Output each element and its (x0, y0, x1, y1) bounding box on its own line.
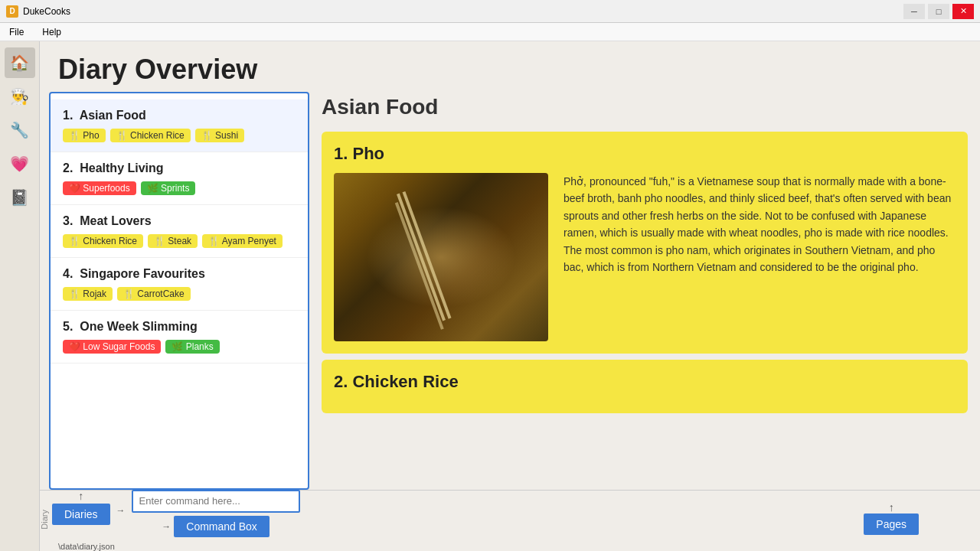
recipe-title-chicken-rice: 2. Chicken Rice (334, 372, 956, 392)
pho-image (334, 173, 548, 341)
recipe-card-pho: 1. Pho Phở, pronounced "fuh," is a Vietn… (322, 132, 968, 354)
sidebar-item-diary[interactable]: 📓 (5, 182, 35, 213)
tag-steak[interactable]: 🍴 Steak (148, 234, 198, 248)
arrow-right-icon: → (162, 521, 171, 532)
diary-label: Diary (40, 510, 51, 530)
app-title: DukeCooks (23, 6, 70, 17)
sidebar-item-home[interactable]: 🏠 (5, 47, 35, 78)
command-input[interactable] (132, 490, 300, 513)
status-bar: \data\diary.json (52, 540, 968, 552)
sidebar-item-tools[interactable]: 🔧 (5, 115, 35, 145)
diary-entry-title-1: 1. Asian Food (63, 109, 296, 122)
tag-rojak[interactable]: 🍴 Rojak (63, 287, 113, 301)
tag-low-sugar[interactable]: ❤️ Low Sugar Foods (63, 340, 161, 354)
tag-chicken-rice-2[interactable]: 🍴 Chicken Rice (63, 234, 143, 248)
tag-superfoods[interactable]: ❤️ Superfoods (63, 181, 136, 195)
diary-entry-tags-5: ❤️ Low Sugar Foods 🌿 Planks (63, 340, 296, 354)
diary-entry-5[interactable]: 5. One Week Slimming ❤️ Low Sugar Foods … (51, 311, 308, 364)
main-split: 1. Asian Food 🍴 Pho 🍴 Chicken Rice 🍴 Sus… (40, 92, 980, 490)
diary-list-scroll[interactable]: 1. Asian Food 🍴 Pho 🍴 Chicken Rice 🍴 Sus… (51, 99, 308, 482)
diary-list-panel: 1. Asian Food 🍴 Pho 🍴 Chicken Rice 🍴 Sus… (49, 92, 309, 490)
window-controls: ─ □ ✕ (903, 4, 974, 19)
bottom-bar: Diary ↑ Diaries → → Command Box (40, 490, 980, 551)
diary-entry-title-5: 5. One Week Slimming (63, 320, 296, 334)
recipe-description-pho: Phở, pronounced "fuh," is a Vietnamese s… (564, 173, 956, 341)
diary-entry-3[interactable]: 3. Meat Lovers 🍴 Chicken Rice 🍴 Steak 🍴 … (51, 205, 308, 258)
sidebar-item-health[interactable]: 💗 (5, 148, 35, 179)
recipe-body-pho: Phở, pronounced "fuh," is a Vietnamese s… (334, 173, 956, 341)
recipe-title-pho: 1. Pho (334, 144, 956, 164)
close-button[interactable]: ✕ (952, 4, 974, 19)
bottom-controls: ↑ Diaries → → Command Box ↑ Pages (52, 490, 968, 537)
tag-pho[interactable]: 🍴 Pho (63, 129, 106, 142)
menu-file[interactable]: File (6, 25, 27, 39)
diaries-button-wrapper: ↑ Diaries (52, 490, 110, 525)
menu-help[interactable]: Help (39, 25, 64, 39)
arrow-between: → (116, 505, 126, 516)
diaries-button[interactable]: Diaries (52, 504, 110, 525)
app-body: 🏠 👨‍🍳 🔧 💗 📓 Diary Overview 1. Asian Food… (0, 41, 980, 551)
recipe-card-chicken-rice: 2. Chicken Rice (322, 360, 968, 413)
diary-entry-title-2: 2. Healthy Living (63, 161, 296, 175)
pages-button[interactable]: Pages (864, 514, 919, 535)
diary-entry-2[interactable]: 2. Healthy Living ❤️ Superfoods 🌿 Sprint… (51, 152, 308, 205)
diary-entry-tags-2: ❤️ Superfoods 🌿 Sprints (63, 181, 296, 195)
command-input-wrapper: → Command Box (132, 490, 300, 537)
tag-chicken-rice[interactable]: 🍴 Chicken Rice (110, 129, 191, 142)
maximize-button[interactable]: □ (928, 4, 949, 19)
content-area: Diary Overview 1. Asian Food 🍴 Pho 🍴 Chi… (40, 41, 980, 551)
tag-ayam-penyet[interactable]: 🍴 Ayam Penyet (202, 234, 283, 248)
tag-sushi[interactable]: 🍴 Sushi (195, 129, 244, 142)
tag-planks[interactable]: 🌿 Planks (165, 340, 219, 354)
section-title: Asian Food (322, 92, 968, 122)
page-title-area: Diary Overview (40, 41, 980, 92)
diary-entry-4[interactable]: 4. Singapore Favourites 🍴 Rojak 🍴 Carrot… (51, 258, 308, 311)
diary-entry-1[interactable]: 1. Asian Food 🍴 Pho 🍴 Chicken Rice 🍴 Sus… (51, 99, 308, 152)
diary-entry-tags-3: 🍴 Chicken Rice 🍴 Steak 🍴 Ayam Penyet (63, 234, 296, 248)
icon-sidebar: 🏠 👨‍🍳 🔧 💗 📓 (0, 41, 40, 551)
menu-bar: File Help (0, 23, 980, 41)
arrow-up-icon: ↑ (78, 490, 83, 502)
sidebar-item-chef[interactable]: 👨‍🍳 (5, 81, 35, 112)
diary-entry-title-4: 4. Singapore Favourites (63, 267, 296, 281)
minimize-button[interactable]: ─ (903, 4, 925, 19)
title-bar: D DukeCooks ─ □ ✕ (0, 0, 980, 23)
page-title: Diary Overview (58, 54, 962, 86)
diary-entry-title-3: 3. Meat Lovers (63, 214, 296, 228)
diary-entry-tags-4: 🍴 Rojak 🍴 CarrotCake (63, 287, 296, 301)
diary-entry-tags-1: 🍴 Pho 🍴 Chicken Rice 🍴 Sushi (63, 129, 296, 142)
arrow-down-icon: ↑ (889, 501, 894, 514)
pages-button-wrapper: ↑ Pages (864, 500, 919, 535)
tag-carrotcake[interactable]: 🍴 CarrotCake (117, 287, 191, 301)
tag-sprints[interactable]: 🌿 Sprints (141, 181, 196, 195)
command-box-label: Command Box (174, 516, 270, 537)
app-icon: D (6, 5, 18, 18)
diary-content-panel[interactable]: Asian Food 1. Pho Phở, pronounced "fuh,"… (315, 92, 980, 490)
